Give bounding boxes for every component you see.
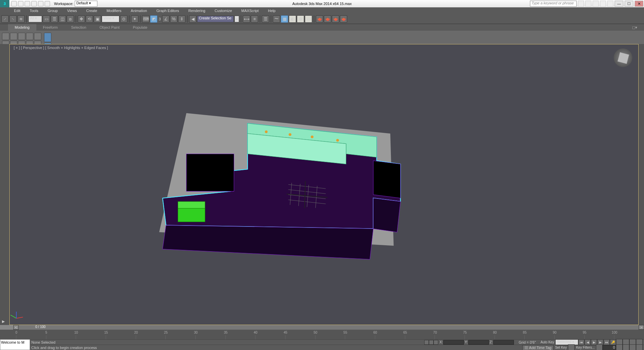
rendered-frame-icon[interactable]: ▭ xyxy=(305,15,312,23)
maximize-button[interactable]: ☐ xyxy=(625,1,633,7)
spinner-snap-icon[interactable]: ⇕ xyxy=(178,15,185,23)
named-selection-dropdown[interactable]: ▾ xyxy=(234,16,239,22)
ribbon-tab-freeform[interactable]: Freeform xyxy=(36,24,65,31)
time-config-icon[interactable] xyxy=(596,344,603,350)
nav-zoomextents-icon[interactable] xyxy=(636,344,643,350)
menu-edit[interactable]: Edit xyxy=(9,7,25,14)
keymode-combo[interactable]: Selected ▾ xyxy=(555,339,578,345)
menu-views[interactable]: Views xyxy=(62,7,81,14)
select-region-icon[interactable]: ◫ xyxy=(59,15,66,23)
workspace-selector[interactable]: Default ▾ xyxy=(75,1,97,7)
subobj-polygon-icon[interactable] xyxy=(26,33,33,40)
undo-icon[interactable] xyxy=(31,1,37,6)
track-bar[interactable]: < 0 / 100 > xyxy=(0,325,644,330)
ribbon-tab-objectpaint[interactable]: Object Paint xyxy=(93,24,126,31)
current-frame-input[interactable]: 0 xyxy=(603,345,616,350)
named-sel-prev-icon[interactable]: ◀ xyxy=(189,15,196,23)
menu-rendering[interactable]: Rendering xyxy=(184,7,210,14)
selection-filter-combo[interactable]: All ▾ xyxy=(28,16,42,22)
goto-end-icon[interactable]: ⏭ xyxy=(604,339,610,345)
setkey-button-icon[interactable] xyxy=(568,344,575,350)
bind-spacewarp-icon[interactable]: ≋ xyxy=(17,15,25,23)
isolate-selection-icon[interactable] xyxy=(429,340,434,345)
add-time-tag-button[interactable]: Add Time Tag xyxy=(522,345,554,350)
ribbon-min-toggle-icon[interactable]: ▢▾ xyxy=(625,24,644,31)
prev-frame-icon[interactable]: ◀ xyxy=(585,339,591,345)
render-production-icon[interactable]: 🫖 xyxy=(316,15,323,23)
subscription-icon[interactable] xyxy=(585,1,591,7)
key-mode-toggle-icon[interactable]: 🔑 xyxy=(610,339,616,345)
select-move-icon[interactable]: ✥ xyxy=(78,15,85,23)
menu-grapheditors[interactable]: Graph Editors xyxy=(152,7,184,14)
material-editor-icon[interactable]: ◐ xyxy=(289,15,296,23)
help-icon[interactable] xyxy=(607,1,613,7)
track-scroll-right-icon[interactable]: > xyxy=(639,325,644,330)
nav-walk-icon[interactable] xyxy=(623,344,629,350)
redo-icon[interactable] xyxy=(38,1,43,6)
menu-help[interactable]: Help xyxy=(263,7,280,14)
maxscript-listener[interactable]: Welcome to M xyxy=(0,339,30,350)
schematic-view-icon[interactable]: ▦ xyxy=(281,15,288,23)
minimize-button[interactable]: — xyxy=(615,1,623,7)
coord-z-input[interactable] xyxy=(493,340,514,345)
link-icon[interactable]: ⟋ xyxy=(1,15,9,23)
select-object-icon[interactable]: ▭ xyxy=(43,15,50,23)
snap-2d-icon[interactable]: ◩ xyxy=(150,15,157,23)
save-file-icon[interactable] xyxy=(25,1,30,6)
window-crossing-icon[interactable]: ⧈ xyxy=(67,15,74,23)
subobj-vertex-icon[interactable] xyxy=(2,33,9,40)
ribbon-tab-selection[interactable]: Selection xyxy=(64,24,93,31)
selection-lock-icon[interactable] xyxy=(424,340,429,345)
render-iterative-icon[interactable]: 🫖 xyxy=(324,15,331,23)
subobj-border-icon[interactable] xyxy=(18,33,25,40)
project-folder-icon[interactable] xyxy=(45,1,50,6)
subobj-edge-icon[interactable] xyxy=(10,33,17,40)
favorites-icon[interactable] xyxy=(600,1,606,7)
close-button[interactable]: ✕ xyxy=(635,1,643,7)
exchange-icon[interactable] xyxy=(593,1,599,7)
curve-editor-icon[interactable]: 〜 xyxy=(273,15,280,23)
subobj-element-icon[interactable] xyxy=(34,33,41,40)
menu-group[interactable]: Group xyxy=(43,7,63,14)
autokey-label[interactable]: Auto Key xyxy=(539,340,556,344)
angle-snap-icon[interactable]: ∠ xyxy=(162,15,169,23)
setkey-label[interactable]: Set Key xyxy=(554,346,568,349)
pivot-center-icon[interactable]: ⊙ xyxy=(120,15,127,23)
infocenter-icon[interactable] xyxy=(578,1,584,7)
render-teapot-icon[interactable]: 🫖 xyxy=(340,15,347,23)
menu-modifiers[interactable]: Modifiers xyxy=(102,7,126,14)
mirror-icon[interactable]: ⟷ xyxy=(243,15,250,23)
help-search-input[interactable]: Type a keyword or phrase xyxy=(530,1,577,7)
render-setup-icon[interactable]: ⚙ xyxy=(297,15,304,23)
keyboard-shortcut-toggle-icon[interactable]: ⌨ xyxy=(142,15,149,23)
time-slider-handle[interactable] xyxy=(0,325,13,330)
viewport-perspective[interactable]: [ + ] [ Perspective ] [ Smooth + Highlig… xyxy=(9,44,639,325)
layers-icon[interactable]: ☰ xyxy=(262,15,269,23)
ribbon-tab-populate[interactable]: Populate xyxy=(126,24,154,31)
open-file-icon[interactable] xyxy=(18,1,23,6)
absolute-relative-icon[interactable] xyxy=(434,340,438,345)
align-icon[interactable]: ≡ xyxy=(251,15,258,23)
nav-orbit-icon[interactable] xyxy=(616,344,623,350)
ribbon-tab-modeling[interactable]: Modeling xyxy=(8,24,36,31)
coord-x-input[interactable] xyxy=(443,340,464,345)
track-scroll-left-icon[interactable]: < xyxy=(13,325,19,330)
activeshade-icon[interactable]: 🫖 xyxy=(332,15,339,23)
select-by-name-icon[interactable]: ☰ xyxy=(51,15,58,23)
menu-create[interactable]: Create xyxy=(81,7,102,14)
nav-maximize-icon[interactable] xyxy=(629,344,636,350)
keyfilters-button[interactable]: Key Filters... xyxy=(575,346,596,349)
app-logo-icon[interactable]: 3 xyxy=(0,0,9,7)
select-rotate-icon[interactable]: ⟲ xyxy=(86,15,93,23)
new-file-icon[interactable] xyxy=(11,1,17,6)
ref-coord-combo[interactable]: View ▾ xyxy=(102,16,119,22)
select-scale-icon[interactable]: ▣ xyxy=(94,15,101,23)
coord-y-input[interactable] xyxy=(468,340,489,345)
named-selection-input[interactable]: Create Selection Se xyxy=(197,16,234,22)
ribbon-toggle-a-icon[interactable] xyxy=(44,33,51,42)
time-ruler[interactable]: 0 5 10 15 20 25 30 35 40 45 50 55 60 65 … xyxy=(0,330,644,339)
unlink-icon[interactable]: ⟍ xyxy=(9,15,17,23)
menu-tools[interactable]: Tools xyxy=(25,7,43,14)
goto-start-icon[interactable]: ⏮ xyxy=(578,339,584,345)
menu-maxscript[interactable]: MAXScript xyxy=(237,7,263,14)
